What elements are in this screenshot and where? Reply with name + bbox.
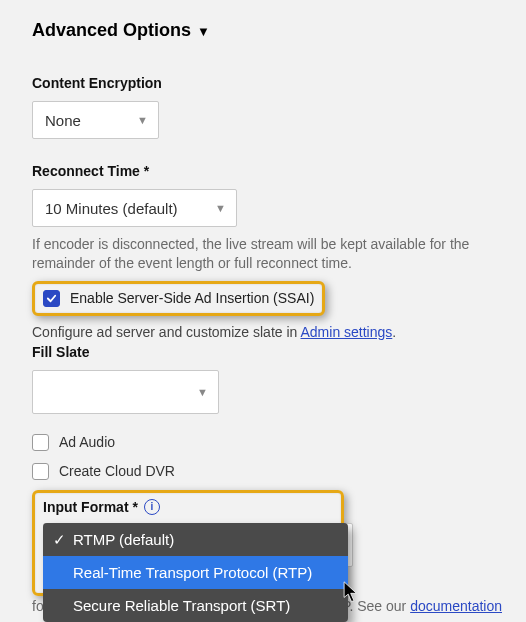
cloud-dvr-checkbox[interactable]	[32, 463, 49, 480]
reconnect-time-select[interactable]: 10 Minutes (default) ▼	[32, 189, 237, 227]
content-encryption-value: None	[45, 112, 81, 129]
reconnect-time-label: Reconnect Time *	[32, 163, 502, 179]
ssai-highlight: Enable Server-Side Ad Insertion (SSAI)	[32, 281, 325, 316]
chevron-down-icon: ▼	[137, 114, 148, 126]
chevron-down-icon: ▼	[197, 24, 210, 39]
ssai-label: Enable Server-Side Ad Insertion (SSAI)	[70, 290, 314, 306]
option-label: Real-Time Transport Protocol (RTP)	[73, 564, 312, 581]
option-label: RTMP (default)	[73, 531, 174, 548]
ssai-config-pre: Configure ad server and customize slate …	[32, 324, 300, 340]
input-format-dropdown[interactable]: ✓ RTMP (default) Real-Time Transport Pro…	[43, 523, 348, 622]
info-icon[interactable]: i	[144, 499, 160, 515]
section-title-text: Advanced Options	[32, 20, 191, 41]
input-format-option-srt[interactable]: Secure Reliable Transport (SRT)	[43, 589, 348, 622]
input-format-option-rtp[interactable]: Real-Time Transport Protocol (RTP)	[43, 556, 348, 589]
ssai-checkbox-row[interactable]: Enable Server-Side Ad Insertion (SSAI)	[43, 290, 314, 307]
ssai-checkbox[interactable]	[43, 290, 60, 307]
reconnect-time-value: 10 Minutes (default)	[45, 200, 178, 217]
input-format-label-row: Input Format * i	[43, 499, 333, 515]
content-encryption-select[interactable]: None ▼	[32, 101, 159, 139]
ssai-config-post: .	[392, 324, 396, 340]
fill-slate-select[interactable]: ▼	[32, 370, 219, 414]
cloud-dvr-row[interactable]: Create Cloud DVR	[32, 463, 502, 480]
ad-audio-row[interactable]: Ad Audio	[32, 434, 502, 451]
chevron-down-icon: ▼	[197, 386, 208, 398]
ad-audio-label: Ad Audio	[59, 434, 115, 450]
documentation-link[interactable]: documentation	[410, 598, 502, 614]
check-icon: ✓	[53, 531, 66, 549]
fill-slate-label: Fill Slate	[32, 344, 502, 360]
admin-settings-link[interactable]: Admin settings	[300, 324, 392, 340]
input-format-option-rtmp[interactable]: ✓ RTMP (default)	[43, 523, 348, 556]
footer-tail: CP. See our documentation	[332, 598, 502, 614]
cloud-dvr-label: Create Cloud DVR	[59, 463, 175, 479]
ad-audio-checkbox[interactable]	[32, 434, 49, 451]
reconnect-time-help: If encoder is disconnected, the live str…	[32, 235, 502, 273]
section-title[interactable]: Advanced Options ▼	[32, 20, 502, 41]
input-format-label: Input Format *	[43, 499, 138, 515]
input-format-highlight: Input Format * i RTMP (default) ▼ ✓ RTMP…	[32, 490, 344, 596]
ssai-config-line: Configure ad server and customize slate …	[32, 324, 502, 340]
option-label: Secure Reliable Transport (SRT)	[73, 597, 290, 614]
chevron-down-icon: ▼	[215, 202, 226, 214]
content-encryption-label: Content Encryption	[32, 75, 502, 91]
